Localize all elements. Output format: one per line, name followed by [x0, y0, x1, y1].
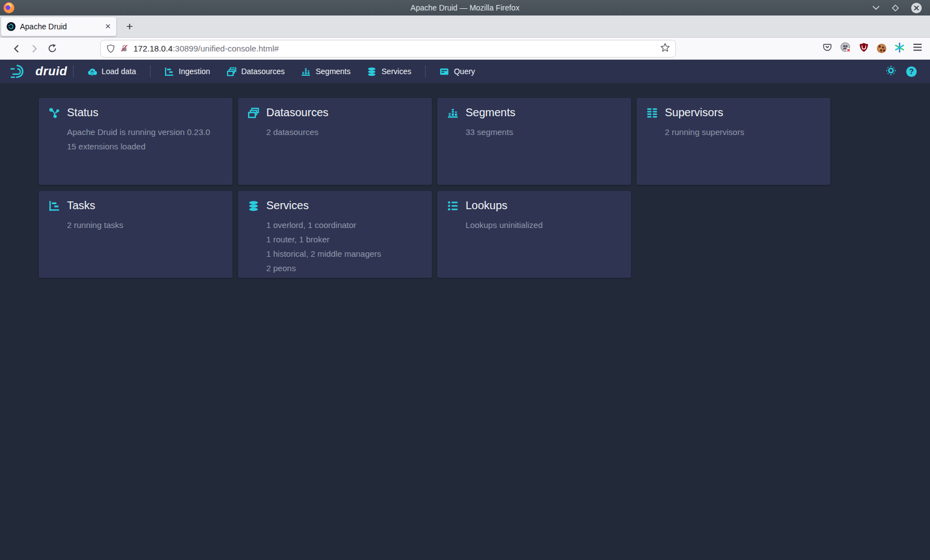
card-detail-line: 33 segments: [466, 125, 620, 139]
card-detail-line: 2 datasources: [266, 125, 421, 139]
card-detail-line: 15 extensions loaded: [67, 139, 221, 154]
card-detail-line: 1 overlord, 1 coordinator: [266, 218, 421, 232]
asterisk-extension-icon[interactable]: [895, 43, 905, 55]
bookmark-star-icon[interactable]: [660, 43, 670, 54]
home-cards-grid: Status Apache Druid is running version 0…: [0, 83, 930, 278]
stacked-chart-icon: [447, 107, 458, 118]
stacked-chart-icon: [301, 67, 311, 76]
card-title: Status: [67, 106, 99, 119]
card-detail-line: 2 running tasks: [67, 218, 221, 232]
card-detail-line: 2 running supervisors: [665, 125, 819, 139]
card-detail-line: 2 peons: [266, 261, 421, 276]
card-details: 33 segments: [466, 125, 620, 139]
menu-hamburger-icon[interactable]: [913, 43, 922, 54]
card-title: Datasources: [266, 106, 328, 119]
browser-tab-apache-druid[interactable]: Apache Druid ×: [1, 17, 116, 36]
new-tab-button[interactable]: +: [126, 20, 133, 32]
druid-brand-text: druid: [35, 64, 68, 79]
services-card[interactable]: Services 1 overlord, 1 coordinator1 rout…: [238, 191, 432, 278]
url-bar[interactable]: 172.18.0.4:30899/unified-console.html#: [101, 40, 675, 57]
card-title: Supervisors: [665, 106, 724, 119]
druid-favicon: [7, 22, 16, 31]
card-details: 2 running tasks: [67, 218, 221, 232]
console-home-view: Status Apache Druid is running version 0…: [0, 83, 930, 560]
query-console-icon: [440, 67, 449, 76]
window-close-button[interactable]: [911, 2, 922, 14]
card-detail-line: Lookups uninitialized: [466, 218, 620, 232]
druid-logo-icon: [10, 64, 31, 79]
pocket-icon[interactable]: [823, 43, 832, 54]
card-details: 1 overlord, 1 coordinator1 router, 1 bro…: [266, 218, 421, 276]
insecure-lock-icon[interactable]: [120, 44, 128, 53]
tasks-card[interactable]: Tasks 2 running tasks: [39, 191, 232, 278]
nav-separator: [73, 65, 74, 77]
nav-item-services[interactable]: Services: [359, 60, 420, 83]
nav-label: Segments: [316, 67, 350, 76]
nav-label: Ingestion: [179, 67, 210, 76]
window-titlebar: Apache Druid — Mozilla Firefox: [0, 0, 930, 15]
nav-label: Services: [381, 67, 411, 76]
back-button[interactable]: [8, 40, 25, 57]
browser-toolbar: 172.18.0.4:30899/unified-console.html#: [0, 38, 930, 60]
multi-select-icon: [227, 67, 236, 76]
nav-item-ingestion[interactable]: Ingestion: [156, 60, 219, 83]
window-minimize-button[interactable]: [872, 4, 880, 11]
card-title: Segments: [466, 106, 515, 119]
ublock-origin-icon[interactable]: [859, 43, 869, 54]
tab-title: Apache Druid: [20, 22, 101, 31]
cloud-upload-icon: [87, 67, 97, 76]
window-title: Apache Druid — Mozilla Firefox: [0, 3, 930, 12]
card-detail-line: 1 router, 1 broker: [266, 232, 421, 247]
reload-button[interactable]: [43, 40, 61, 57]
window-maximize-button[interactable]: [891, 4, 900, 12]
properties-icon: [447, 200, 458, 211]
gantt-chart-icon: [164, 67, 174, 76]
tab-strip: Apache Druid × +: [0, 15, 930, 38]
druid-navbar: druid Load data Ingestion Datasources: [0, 60, 930, 83]
database-icon: [248, 200, 259, 211]
druid-logo[interactable]: druid: [10, 64, 68, 79]
nav-item-segments[interactable]: Segments: [293, 60, 359, 83]
url-host: 172.18.0.4: [133, 44, 173, 53]
cookie-icon[interactable]: [877, 44, 886, 53]
card-details: 2 running supervisors: [665, 125, 819, 139]
supervisors-card[interactable]: Supervisors 2 running supervisors: [637, 98, 830, 185]
lookups-card[interactable]: Lookups Lookups uninitialized: [437, 191, 631, 278]
nav-label: Query: [454, 67, 475, 76]
nav-item-load-data[interactable]: Load data: [79, 60, 144, 83]
url-path: :30899/unified-console.html#: [173, 44, 279, 53]
settings-gear-icon[interactable]: [886, 65, 896, 78]
card-title: Lookups: [466, 199, 508, 212]
card-details: Lookups uninitialized: [466, 218, 620, 232]
forward-button[interactable]: [25, 40, 43, 57]
nav-separator: [150, 65, 151, 77]
tab-close-icon[interactable]: ×: [105, 22, 111, 31]
card-details: 2 datasources: [266, 125, 421, 139]
gantt-chart-icon: [49, 200, 60, 211]
card-title: Services: [266, 199, 309, 212]
database-icon: [367, 67, 376, 76]
status-card[interactable]: Status Apache Druid is running version 0…: [39, 98, 232, 185]
nav-item-query[interactable]: Query: [431, 60, 483, 83]
tracking-shield-icon[interactable]: [106, 44, 115, 53]
card-detail-line: Apache Druid is running version 0.23.0: [67, 125, 221, 139]
datasources-card[interactable]: Datasources 2 datasources: [238, 98, 432, 185]
extension-blocked-icon[interactable]: [840, 42, 851, 55]
nav-label: Datasources: [241, 67, 285, 76]
nav-item-datasources[interactable]: Datasources: [219, 60, 293, 83]
card-title: Tasks: [67, 199, 95, 212]
url-text[interactable]: 172.18.0.4:30899/unified-console.html#: [133, 44, 279, 53]
nav-separator: [425, 65, 426, 77]
nav-label: Load data: [102, 67, 136, 76]
list-columns-icon: [647, 107, 658, 118]
graph-icon: [49, 107, 60, 118]
multi-select-icon: [248, 107, 259, 118]
help-icon[interactable]: ?: [906, 66, 917, 77]
card-details: Apache Druid is running version 0.23.015…: [67, 125, 221, 154]
segments-card[interactable]: Segments 33 segments: [437, 98, 631, 185]
card-detail-line: 1 historical, 2 middle managers: [266, 247, 421, 261]
